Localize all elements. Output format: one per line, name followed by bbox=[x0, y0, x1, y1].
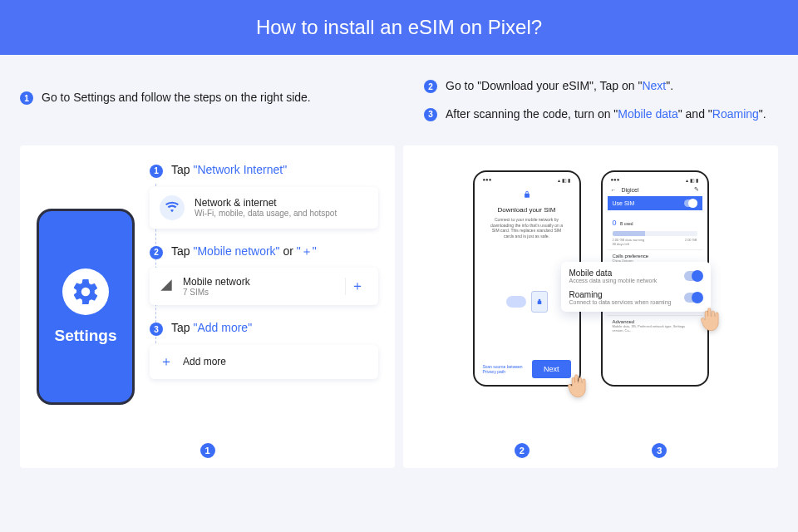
step-bullet-1: 1 bbox=[150, 165, 163, 178]
days-left: 30 days left bbox=[613, 242, 645, 246]
roaming-row[interactable]: Roaming Connect to data services when ro… bbox=[569, 290, 702, 305]
card-sub-2: 7 SIMs bbox=[183, 288, 335, 297]
step-bullet-3: 3 bbox=[150, 323, 163, 336]
carrier-header: ← Digicel ✎ bbox=[608, 185, 702, 196]
intro-step-2: 2 Go to "Download your eSIM", Tap on "Ne… bbox=[424, 78, 778, 95]
panels: Settings 1 Tap "Network Internet" bbox=[0, 145, 798, 468]
intro-left: 1 Go to Settings and follow the steps on… bbox=[20, 78, 374, 134]
use-sim-row[interactable]: Use SIM bbox=[608, 196, 702, 210]
intro-step-3: 3 After scanning the code, turn on "Mobi… bbox=[424, 106, 778, 123]
card-title-1: Network & internet bbox=[195, 197, 337, 209]
plus-icon[interactable]: ＋ bbox=[345, 278, 368, 295]
mobile-data-title: Mobile data bbox=[569, 268, 658, 278]
signal-icon bbox=[160, 278, 173, 295]
roaming-title: Roaming bbox=[569, 290, 672, 299]
intro-right: 2 Go to "Download your eSIM", Tap on "Ne… bbox=[424, 78, 778, 134]
use-sim-toggle[interactable] bbox=[684, 200, 697, 207]
intro-text-1: Go to Settings and follow the steps on t… bbox=[42, 90, 311, 106]
t3-suffix: ". bbox=[759, 107, 766, 121]
lock-icon bbox=[523, 188, 531, 203]
bullet-3: 3 bbox=[424, 108, 437, 121]
advanced-sub: Mobile data, 3G, Preferred network type,… bbox=[613, 324, 697, 332]
s2-hl: "Mobile network" bbox=[193, 244, 279, 258]
roaming-toggle[interactable] bbox=[684, 293, 702, 303]
use-sim-label: Use SIM bbox=[613, 200, 635, 206]
t3-hl2: Roaming bbox=[712, 107, 759, 121]
card-sub-1: Wi-Fi, mobile, data usage, and hotspot bbox=[195, 209, 337, 218]
mobile-data-toggle[interactable] bbox=[684, 271, 702, 281]
mobile-network-row[interactable]: Mobile network 7 SIMs ＋ bbox=[150, 268, 378, 305]
t3-mid: " and " bbox=[678, 107, 712, 121]
mobile-data-row[interactable]: Mobile data Access data using mobile net… bbox=[569, 268, 702, 283]
download-sim-title: Download your SIM bbox=[498, 206, 556, 214]
mobile-roaming-card: Mobile data Access data using mobile net… bbox=[561, 262, 711, 312]
s2-tap: Tap bbox=[171, 244, 193, 258]
add-icon: ＋ bbox=[160, 353, 173, 371]
gear-icon bbox=[71, 277, 101, 307]
t3-hl1: Mobile data bbox=[618, 107, 677, 121]
panel-1-badge: 1 bbox=[200, 443, 215, 458]
sim-card-icon bbox=[531, 291, 548, 313]
panel-23-badge-row: 2 3 bbox=[403, 443, 778, 458]
cloud-icon bbox=[506, 296, 526, 308]
download-graphic bbox=[480, 244, 574, 360]
step-1: 1 Tap "Network Internet" Network & inter… bbox=[150, 162, 378, 229]
carrier-name: Digicel bbox=[622, 187, 639, 193]
bullet-1: 1 bbox=[20, 91, 33, 105]
used-amount: 0 bbox=[613, 219, 617, 227]
mobile-data-sub: Access data using mobile network bbox=[569, 278, 658, 283]
s3-hl: "Add more" bbox=[193, 321, 252, 334]
t2-prefix: Go to "Download your eSIM", Tap on " bbox=[446, 79, 642, 92]
add-more-row[interactable]: ＋ Add more bbox=[150, 345, 378, 379]
roaming-sub: Connect to data services when roaming bbox=[569, 299, 672, 305]
data-usage-section: 0 B used 2.00 GB data warning 30 days le… bbox=[608, 210, 702, 250]
page-title: How to install an eSIM on Pixel? bbox=[256, 16, 542, 39]
page-header: How to install an eSIM on Pixel? bbox=[0, 0, 798, 55]
data-limit: 2.00 GB bbox=[685, 238, 697, 246]
wifi-icon bbox=[160, 195, 185, 220]
step-3: 3 Tap "Add more" ＋ Add more bbox=[150, 320, 378, 379]
download-sim-desc: Connect to your mobile network by downlo… bbox=[485, 217, 569, 239]
advanced-row[interactable]: Advanced Mobile data, 3G, Preferred netw… bbox=[608, 316, 702, 336]
panel-3-badge: 3 bbox=[652, 443, 667, 458]
step-2: 2 Tap "Mobile network" or "＋" Mobile net… bbox=[150, 244, 378, 306]
privacy-link[interactable]: Scan source between Privacy path bbox=[483, 364, 532, 374]
intro-step-1: 1 Go to Settings and follow the steps on… bbox=[20, 90, 374, 106]
t3-prefix: After scanning the code, turn on " bbox=[446, 107, 618, 121]
panel-1: Settings 1 Tap "Network Internet" bbox=[20, 145, 395, 468]
step-text-2: Tap "Mobile network" or "＋" bbox=[171, 244, 317, 260]
settings-phone: Settings bbox=[37, 209, 135, 405]
status-bar-1: ●●●▴ ◧ ▮ bbox=[480, 177, 574, 185]
usage-bar bbox=[613, 231, 697, 236]
steps-column: 1 Tap "Network Internet" Network & inter… bbox=[150, 162, 378, 451]
back-icon[interactable]: ← bbox=[611, 187, 617, 193]
step-text-1: Tap "Network Internet" bbox=[171, 162, 287, 179]
card-title-2: Mobile network bbox=[183, 276, 335, 288]
intro-section: 1 Go to Settings and follow the steps on… bbox=[0, 55, 798, 145]
edit-icon[interactable]: ✎ bbox=[694, 186, 699, 193]
s1-hl: "Network Internet" bbox=[193, 163, 287, 176]
step-text-3: Tap "Add more" bbox=[171, 320, 252, 337]
next-button[interactable]: Next bbox=[532, 360, 571, 378]
step-bullet-2: 2 bbox=[150, 246, 163, 259]
panel-2-badge: 2 bbox=[515, 443, 530, 458]
panel-2-3: ●●●▴ ◧ ▮ Download your SIM Connect to yo… bbox=[403, 145, 778, 468]
t2-suffix: ". bbox=[666, 79, 673, 92]
s2-hl2: "＋" bbox=[297, 244, 317, 258]
bullet-2: 2 bbox=[424, 80, 437, 93]
used-label: B used bbox=[620, 221, 633, 226]
t2-hl: Next bbox=[642, 79, 666, 92]
network-internet-row[interactable]: Network & internet Wi-Fi, mobile, data u… bbox=[150, 187, 378, 229]
panel-1-badge-row: 1 bbox=[20, 443, 395, 458]
gear-circle bbox=[62, 268, 109, 315]
card-title-3: Add more bbox=[183, 356, 226, 367]
s1-tap: Tap bbox=[171, 163, 193, 176]
intro-text-3: After scanning the code, turn on "Mobile… bbox=[446, 106, 766, 123]
s2-or: or bbox=[280, 244, 297, 258]
s3-tap: Tap bbox=[171, 321, 193, 334]
settings-label: Settings bbox=[55, 327, 117, 345]
intro-text-2: Go to "Download your eSIM", Tap on "Next… bbox=[446, 78, 673, 95]
status-bar-2: ●●●▴ ◧ ▮ bbox=[608, 177, 702, 185]
